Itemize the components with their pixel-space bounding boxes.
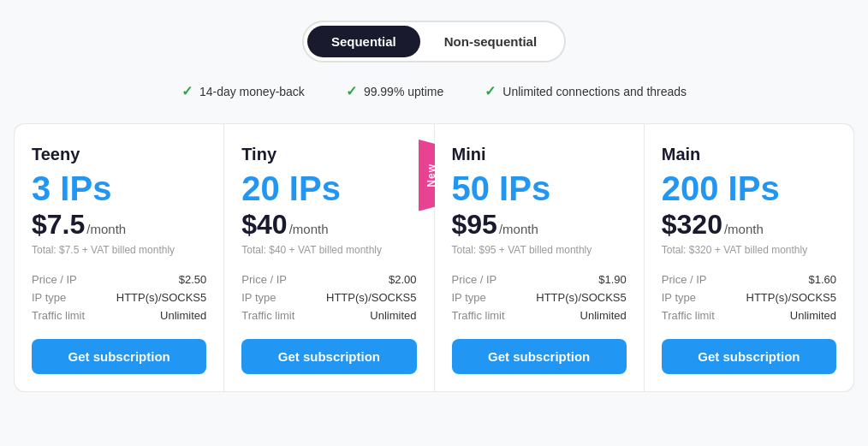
- plan-teeny-price-per-ip-value: $2.50: [179, 273, 207, 286]
- plan-tiny-name: Tiny: [241, 145, 416, 164]
- features-bar: ✓ 14-day money-back ✓ 99.99% uptime ✓ Un…: [181, 83, 687, 99]
- feature-money-back-text: 14-day money-back: [199, 85, 305, 98]
- traffic-limit-label: Traffic limit: [241, 309, 294, 322]
- plan-tiny-total: Total: $40 + VAT billed monthly: [241, 244, 416, 256]
- plan-mini-traffic-row: Traffic limit Unlimited: [452, 309, 627, 322]
- plan-mini-total: Total: $95 + VAT billed monthly: [452, 244, 627, 256]
- plan-teeny-name: Teeny: [32, 145, 206, 164]
- plan-mini-ips: 50 IPs: [452, 171, 627, 205]
- plan-teeny: Teeny 3 IPs $7.5 /month Total: $7.5 + VA…: [15, 124, 223, 391]
- plan-main: Main 200 IPs $320 /month Total: $320 + V…: [645, 124, 853, 391]
- plan-main-price-period: /month: [724, 222, 764, 236]
- plan-teeny-ip-type-row: IP type HTTP(s)/SOCKS5: [32, 291, 206, 304]
- feature-uptime: ✓ 99.99% uptime: [346, 83, 443, 99]
- traffic-limit-label: Traffic limit: [662, 309, 715, 322]
- plan-tiny-traffic-row: Traffic limit Unlimited: [241, 309, 416, 322]
- plan-teeny-ip-type-value: HTTP(s)/SOCKS5: [116, 291, 206, 304]
- feature-uptime-text: 99.99% uptime: [364, 85, 443, 98]
- plan-mini-details: Price / IP $1.90 IP type HTTP(s)/SOCKS5 …: [452, 273, 627, 322]
- plan-teeny-subscribe-btn[interactable]: Get subscription: [32, 339, 206, 374]
- ip-type-label: IP type: [452, 291, 486, 304]
- non-sequential-toggle-btn[interactable]: Non-sequential: [420, 26, 561, 57]
- plan-tiny-subscribe-btn[interactable]: Get subscription: [241, 339, 416, 374]
- traffic-limit-label: Traffic limit: [452, 309, 505, 322]
- plan-teeny-price: $7.5 /month: [32, 209, 206, 241]
- plan-mini-subscribe-btn[interactable]: Get subscription: [452, 339, 627, 374]
- plan-mini-price-per-ip-value: $1.90: [598, 273, 627, 286]
- ip-type-label: IP type: [241, 291, 276, 304]
- traffic-limit-label: Traffic limit: [32, 309, 85, 322]
- plan-main-ips: 200 IPs: [662, 171, 836, 205]
- plan-main-price-per-ip-value: $1.60: [808, 273, 836, 286]
- plan-teeny-traffic-value: Unlimited: [160, 309, 206, 322]
- plan-main-price-per-ip-row: Price / IP $1.60: [662, 273, 836, 286]
- plan-tiny-price: $40 /month: [241, 209, 416, 241]
- plan-main-ip-type-value: HTTP(s)/SOCKS5: [746, 291, 836, 304]
- plan-teeny-price-per-ip-row: Price / IP $2.50: [32, 273, 206, 286]
- plan-main-name: Main: [662, 145, 836, 164]
- plan-mini-name: Mini: [452, 145, 627, 164]
- plan-teeny-traffic-row: Traffic limit Unlimited: [32, 309, 206, 322]
- plan-tiny-traffic-value: Unlimited: [370, 309, 416, 322]
- plan-main-price: $320 /month: [662, 209, 836, 241]
- price-per-ip-label: Price / IP: [662, 273, 707, 286]
- feature-connections: ✓ Unlimited connections and threads: [485, 83, 687, 99]
- plan-tiny-ip-type-row: IP type HTTP(s)/SOCKS5: [241, 291, 416, 304]
- price-per-ip-label: Price / IP: [32, 273, 77, 286]
- plan-main-traffic-row: Traffic limit Unlimited: [662, 309, 836, 322]
- plan-mini: Mini 50 IPs $95 /month Total: $95 + VAT …: [435, 124, 644, 391]
- plan-tiny-price-per-ip-row: Price / IP $2.00: [241, 273, 416, 286]
- plan-type-toggle: Sequential Non-sequential: [302, 21, 566, 62]
- plan-tiny-price-period: /month: [289, 222, 329, 236]
- plan-mini-ip-type-row: IP type HTTP(s)/SOCKS5: [452, 291, 627, 304]
- plan-tiny-price-amount: $40: [241, 209, 287, 241]
- plans-container: Teeny 3 IPs $7.5 /month Total: $7.5 + VA…: [14, 123, 854, 392]
- plan-teeny-price-amount: $7.5: [32, 209, 85, 241]
- plan-main-ip-type-row: IP type HTTP(s)/SOCKS5: [662, 291, 836, 304]
- plan-mini-price-period: /month: [499, 222, 538, 236]
- checkmark-icon: ✓: [181, 83, 193, 99]
- plan-tiny-details: Price / IP $2.00 IP type HTTP(s)/SOCKS5 …: [241, 273, 416, 322]
- plan-main-price-amount: $320: [662, 209, 722, 241]
- plan-teeny-ips: 3 IPs: [32, 171, 206, 205]
- checkmark-icon: ✓: [485, 83, 496, 99]
- plan-mini-price-per-ip-row: Price / IP $1.90: [452, 273, 627, 286]
- feature-money-back: ✓ 14-day money-back: [181, 83, 305, 99]
- plan-main-traffic-value: Unlimited: [790, 309, 836, 322]
- plan-main-total: Total: $320 + VAT billed monthly: [662, 244, 836, 256]
- plan-mini-traffic-value: Unlimited: [580, 309, 627, 322]
- checkmark-icon: ✓: [346, 83, 357, 99]
- price-per-ip-label: Price / IP: [452, 273, 497, 286]
- feature-connections-text: Unlimited connections and threads: [502, 85, 687, 98]
- plan-teeny-total: Total: $7.5 + VAT billed monthly: [32, 244, 206, 256]
- plan-tiny: Tiny New 20 IPs $40 /month Total: $40 + …: [224, 124, 433, 391]
- ip-type-label: IP type: [662, 291, 696, 304]
- plan-main-subscribe-btn[interactable]: Get subscription: [662, 339, 836, 374]
- plan-mini-price: $95 /month: [452, 209, 627, 241]
- plan-tiny-ips: 20 IPs: [241, 171, 416, 205]
- ip-type-label: IP type: [32, 291, 66, 304]
- plan-teeny-price-period: /month: [86, 222, 126, 236]
- plan-tiny-price-per-ip-value: $2.00: [389, 273, 417, 286]
- sequential-toggle-btn[interactable]: Sequential: [307, 26, 420, 57]
- plan-main-details: Price / IP $1.60 IP type HTTP(s)/SOCKS5 …: [662, 273, 836, 322]
- plan-tiny-ip-type-value: HTTP(s)/SOCKS5: [326, 291, 416, 304]
- price-per-ip-label: Price / IP: [241, 273, 287, 286]
- plan-mini-ip-type-value: HTTP(s)/SOCKS5: [536, 291, 626, 304]
- plan-teeny-details: Price / IP $2.50 IP type HTTP(s)/SOCKS5 …: [32, 273, 206, 322]
- plan-mini-price-amount: $95: [452, 209, 497, 241]
